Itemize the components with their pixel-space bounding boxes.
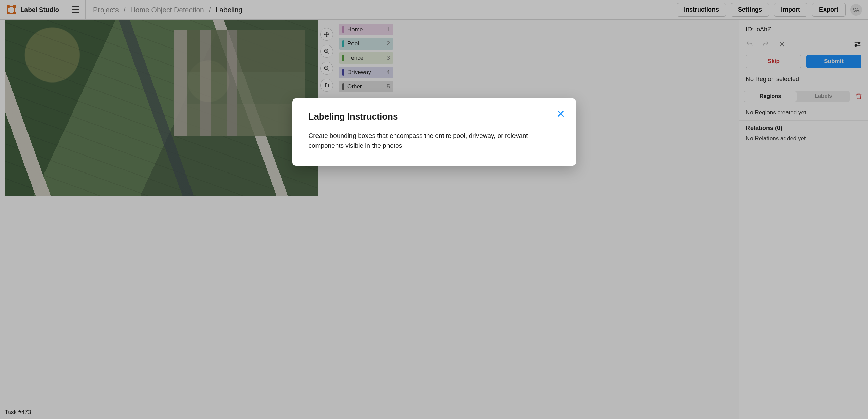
modal-close-button[interactable] — [556, 109, 566, 119]
modal-backdrop[interactable]: Labeling Instructions Create bounding bo… — [0, 0, 868, 419]
instructions-modal: Labeling Instructions Create bounding bo… — [292, 98, 576, 166]
close-icon — [556, 109, 565, 118]
modal-body: Create bounding boxes that encompass the… — [309, 131, 560, 151]
modal-title: Labeling Instructions — [309, 111, 560, 122]
